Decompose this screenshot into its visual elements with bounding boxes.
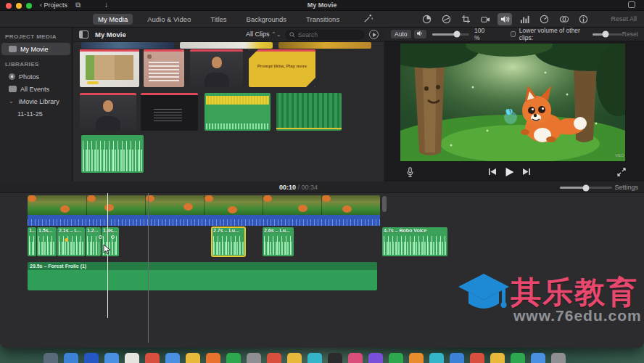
all-clips-dropdown[interactable]: All Clips ⌃⌄: [246, 30, 281, 38]
dock-app-icon[interactable]: [531, 353, 545, 363]
audio-clip-5[interactable]: 2.7s – Lu...: [212, 227, 245, 256]
dock-app-icon[interactable]: [307, 353, 322, 363]
mouse-cursor: [103, 244, 111, 258]
video-frame: [86, 195, 145, 215]
dock-app-icon[interactable]: [429, 353, 444, 363]
color-balance-icon[interactable]: [439, 13, 453, 25]
audio-clip-dark-wave[interactable]: [276, 93, 342, 131]
yellow-slide-clip[interactable]: Prompt likha, Play more: [249, 49, 315, 87]
sidebar-item-my-movie[interactable]: My Movie: [1, 43, 70, 55]
music-clip[interactable]: 29.5s – Forest Frolic (1): [28, 262, 377, 290]
sidebar-toggle-icon[interactable]: [79, 30, 88, 38]
audio-clip-6[interactable]: 2.6s – Lu...: [263, 227, 294, 256]
photos-icon: [9, 73, 15, 80]
dock-app-icon[interactable]: [328, 353, 342, 363]
crop-icon[interactable]: [458, 13, 473, 25]
clip-sliver-gold[interactable]: [278, 42, 371, 49]
clip-trim-handle[interactable]: [382, 196, 387, 212]
thumbnail-zoom-slider[interactable]: [560, 187, 612, 189]
play-icon[interactable]: [504, 167, 515, 177]
dock-app-icon[interactable]: [368, 353, 383, 363]
sidebar-item-photos[interactable]: Photos: [0, 70, 72, 83]
beat-marker-dot[interactable]: [111, 235, 115, 239]
video-clip-audio-waveform[interactable]: [28, 215, 380, 226]
audio-clip-1[interactable]: 1.5s...: [37, 227, 57, 256]
dock-app-icon[interactable]: [409, 353, 424, 363]
webcam-person-clip[interactable]: [80, 93, 136, 131]
dock-app-icon[interactable]: [206, 353, 220, 363]
magic-wand-icon[interactable]: [363, 13, 373, 27]
volume-slider-knob[interactable]: [453, 31, 460, 38]
screen-recording-clip[interactable]: [80, 49, 139, 87]
dock-app-icon[interactable]: [470, 353, 484, 363]
microphone-icon[interactable]: [406, 167, 414, 177]
dock-app-icon[interactable]: [64, 353, 78, 363]
dock-app-icon[interactable]: [267, 353, 281, 363]
speaker-icon[interactable]: [414, 30, 426, 38]
window-mode-icon[interactable]: [628, 1, 635, 8]
clip-sliver-blue[interactable]: [81, 42, 174, 49]
previous-frame-icon[interactable]: [488, 168, 497, 176]
search-input[interactable]: [298, 31, 356, 38]
notes-document-clip[interactable]: [144, 49, 184, 87]
sidebar-item-all-events[interactable]: All Events: [0, 83, 72, 95]
lower-volume-knob[interactable]: [603, 31, 609, 38]
dock-app-icon[interactable]: [125, 353, 139, 363]
speed-icon[interactable]: [537, 13, 551, 25]
tab-audio-video[interactable]: Audio & Video: [142, 14, 196, 25]
audio-clip-7[interactable]: 4.7s – Bobo Voice: [382, 227, 447, 256]
dock-app-icon[interactable]: [84, 353, 99, 363]
audio-clip-2[interactable]: 2.1s – L...: [57, 227, 85, 256]
dock-app-icon[interactable]: [551, 353, 566, 363]
dock-app-icon[interactable]: [44, 353, 58, 363]
lower-volume-checkbox[interactable]: [511, 31, 516, 37]
stabilization-icon[interactable]: [478, 13, 492, 25]
dock-app-icon[interactable]: [287, 353, 302, 363]
dock-app-icon[interactable]: [450, 353, 464, 363]
sidebar-item-11-11-25[interactable]: 11-11-25: [0, 107, 72, 120]
tab-titles[interactable]: Titles: [205, 14, 231, 25]
dock-app-icon[interactable]: [348, 353, 363, 363]
info-icon[interactable]: [576, 13, 590, 25]
fullscreen-icon[interactable]: [617, 168, 626, 176]
audio-clip-wave[interactable]: [81, 135, 144, 173]
search-box[interactable]: [285, 30, 365, 40]
dock-app-icon[interactable]: [226, 353, 241, 363]
sidebar-item-imovie-library[interactable]: ⌄iMovie Library: [0, 95, 72, 107]
noise-reduction-icon[interactable]: [517, 13, 532, 25]
audio-clip-3[interactable]: 1.2...: [86, 227, 101, 256]
macos-dock[interactable]: [44, 353, 566, 363]
dock-app-icon[interactable]: [165, 353, 180, 363]
dock-app-icon[interactable]: [247, 353, 261, 363]
effects-icon[interactable]: [556, 13, 571, 25]
clip-volume-slider[interactable]: [432, 33, 470, 36]
volume-reset-button[interactable]: Reset: [622, 30, 638, 38]
lower-volume-slider[interactable]: [593, 33, 622, 36]
auto-volume-button[interactable]: Auto: [391, 30, 411, 38]
dock-app-icon[interactable]: [104, 353, 119, 363]
video-clip-filmstrip[interactable]: [28, 195, 380, 215]
dock-app-icon[interactable]: [145, 353, 160, 363]
dock-app-icon[interactable]: [490, 353, 505, 363]
continuous-playback-icon[interactable]: [369, 30, 379, 39]
terminal-clip[interactable]: [141, 93, 198, 131]
dock-app-icon[interactable]: [389, 353, 403, 363]
clip-sliver-white[interactable]: [180, 42, 273, 49]
beat-marker-dot[interactable]: [99, 235, 102, 239]
audio-clip-yellow-wave[interactable]: [205, 93, 271, 131]
timeline-settings-button[interactable]: Settings: [614, 184, 638, 191]
volume-icon[interactable]: [498, 13, 512, 25]
tab-backgrounds[interactable]: Backgrounds: [242, 14, 292, 25]
dock-app-icon[interactable]: [511, 353, 525, 363]
zoom-slider-knob[interactable]: [583, 184, 590, 191]
next-frame-icon[interactable]: [522, 168, 531, 176]
tab-transitions[interactable]: Transitions: [301, 14, 344, 25]
talking-person-clip[interactable]: [190, 49, 243, 87]
video-preview[interactable]: VEO: [400, 44, 625, 161]
audio-clip-0[interactable]: 1...: [28, 227, 36, 256]
tab-my-media[interactable]: My Media: [93, 14, 133, 25]
reset-all-button[interactable]: Reset All: [611, 15, 637, 23]
color-correction-icon[interactable]: [419, 13, 434, 25]
viewer-pane: Auto 100 % Lower volume of other clips: …: [384, 28, 644, 182]
dock-app-icon[interactable]: [186, 353, 200, 363]
